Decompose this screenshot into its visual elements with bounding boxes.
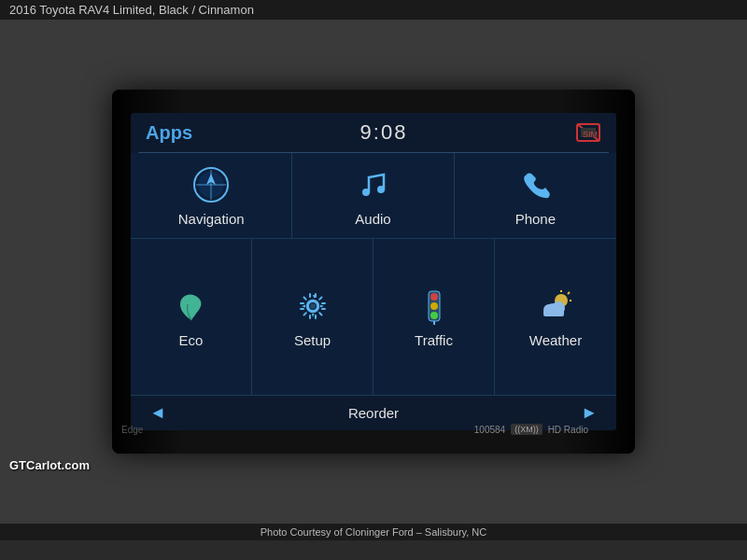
- watermark: GTCarlot.com: [9, 458, 90, 472]
- caption-bar: Photo Courtesy of Cloninger Ford – Salis…: [0, 524, 747, 540]
- reorder-label: Reorder: [348, 405, 399, 421]
- audio-icon: [352, 164, 393, 205]
- svg-text:SIM: SIM: [583, 130, 598, 139]
- setup-label: Setup: [294, 332, 331, 348]
- eco-label: Eco: [179, 332, 204, 348]
- setup-app[interactable]: Setup: [252, 239, 374, 395]
- edge-logo: Edge: [121, 425, 143, 435]
- apps-row-2: Eco: [131, 239, 616, 395]
- left-arrow-button[interactable]: ◄: [149, 403, 166, 423]
- caption-text: Photo Courtesy of Cloninger Ford – Salis…: [261, 526, 487, 538]
- weather-label: Weather: [529, 332, 582, 348]
- infotainment-screen[interactable]: Apps 9:08 SIM: [131, 113, 616, 430]
- weather-app[interactable]: Weather: [495, 239, 616, 395]
- apps-label: Apps: [146, 122, 192, 144]
- phone-app[interactable]: Phone: [455, 153, 616, 238]
- svg-point-15: [430, 293, 438, 301]
- screen-bezel: Apps 9:08 SIM: [112, 90, 635, 454]
- xm-radio-badge: ((XM)): [511, 424, 543, 435]
- navigation-label: Navigation: [178, 211, 245, 227]
- car-interior: Cinnamon: [199, 3, 254, 17]
- photo-frame: Apps 9:08 SIM: [0, 20, 747, 524]
- audio-app[interactable]: Audio: [292, 153, 454, 238]
- svg-point-13: [310, 303, 316, 309]
- svg-point-9: [362, 189, 370, 196]
- svg-point-17: [430, 312, 438, 319]
- phone-icon: [514, 164, 556, 205]
- navigation-icon: [190, 164, 232, 205]
- traffic-label: Traffic: [415, 332, 453, 348]
- screen-header: Apps 9:08 SIM: [131, 113, 616, 152]
- apps-row-1: Navigation Audio: [131, 153, 616, 239]
- traffic-app[interactable]: Traffic: [374, 239, 495, 395]
- top-info-bar: 2016 Toyota RAV4 Limited, Black / Cinnam…: [0, 0, 747, 20]
- phone-label: Phone: [515, 211, 556, 227]
- setup-icon: [292, 286, 333, 327]
- odometer: 100584: [474, 425, 505, 435]
- svg-line-21: [568, 292, 570, 294]
- navigation-app[interactable]: Navigation: [131, 153, 292, 238]
- audio-label: Audio: [355, 211, 390, 227]
- car-title: 2016 Toyota RAV4 Limited,: [9, 3, 155, 17]
- status-bar-right: 100584 ((XM)) HD Radio: [474, 424, 588, 435]
- svg-point-16: [430, 302, 438, 310]
- weather-icon: [535, 286, 576, 327]
- svg-rect-26: [543, 310, 564, 316]
- clock-display: 9:08: [360, 120, 408, 145]
- svg-point-10: [377, 186, 385, 193]
- car-color: Black: [159, 3, 189, 17]
- eco-icon: [171, 286, 212, 327]
- hd-radio-label: HD Radio: [548, 425, 588, 435]
- traffic-icon: [414, 286, 455, 327]
- eco-app[interactable]: Eco: [131, 239, 252, 395]
- right-arrow-button[interactable]: ►: [581, 403, 598, 423]
- signal-icon: SIM: [575, 122, 601, 143]
